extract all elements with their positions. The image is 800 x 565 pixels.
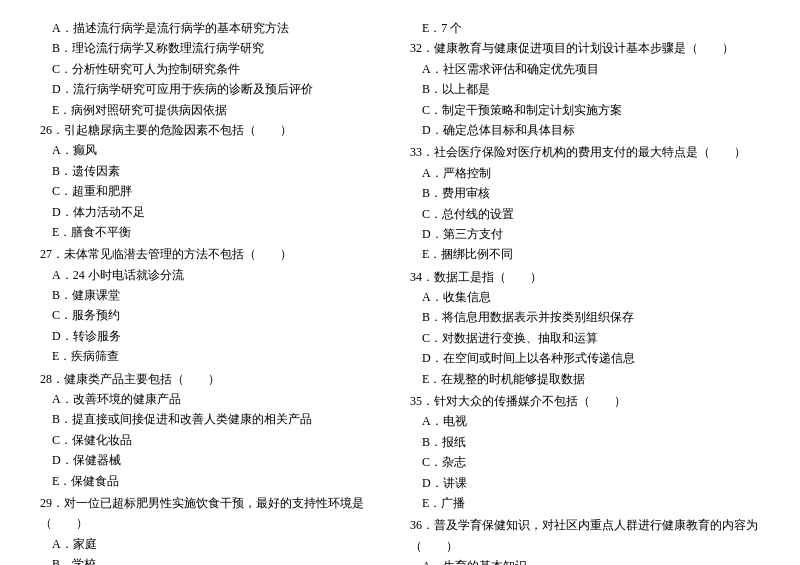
question: 36．普及学育保健知识，对社区内重点人群进行健康教育的内容为（ ）A．生育的基本… [410, 515, 760, 565]
option-line: B．理论流行病学又称数理流行病学研究 [40, 38, 390, 58]
question: 27．未体常见临潜去管理的方法不包括（ ）A．24 小时电话就诊分流B．健康课堂… [40, 244, 390, 366]
question-option: E．捆绑比例不同 [410, 244, 760, 264]
question: 35．针对大众的传播媒介不包括（ ）A．电视B．报纸C．杂志D．讲课E．广播 [410, 391, 760, 513]
question-header: 34．数据工是指（ ） [410, 267, 760, 287]
question-header: 26．引起糖尿病主要的危险因素不包括（ ） [40, 120, 390, 140]
question-option: E．保健食品 [40, 471, 390, 491]
question-option: E．疾病筛查 [40, 346, 390, 366]
right-column: E．7 个32．健康教育与健康促进项目的计划设计基本步骤是（ ）A．社区需求评估… [410, 18, 760, 565]
question-option: D．讲课 [410, 473, 760, 493]
question: 32．健康教育与健康促进项目的计划设计基本步骤是（ ）A．社区需求评估和确定优先… [410, 38, 760, 140]
question: 26．引起糖尿病主要的危险因素不包括（ ）A．癫风B．遗传因素C．超重和肥胖D．… [40, 120, 390, 242]
question-option: E．广播 [410, 493, 760, 513]
question-option: D．第三方支付 [410, 224, 760, 244]
question-option: B．提直接或间接促进和改善人类健康的相关产品 [40, 409, 390, 429]
question-option: A．改善环境的健康产品 [40, 389, 390, 409]
question-option: C．对数据进行变换、抽取和运算 [410, 328, 760, 348]
question: 29．对一位已超标肥男性实施饮食干预，最好的支持性环境是（ ）A．家庭B．学校C… [40, 493, 390, 565]
question-option: C．杂志 [410, 452, 760, 472]
question-option: D．保健器械 [40, 450, 390, 470]
question-header: 32．健康教育与健康促进项目的计划设计基本步骤是（ ） [410, 38, 760, 58]
question: 33．社会医疗保险对医疗机构的费用支付的最大特点是（ ）A．严格控制B．费用审核… [410, 142, 760, 264]
question-option: A．社区需求评估和确定优先项目 [410, 59, 760, 79]
option-line: D．流行病学研究可应用于疾病的诊断及预后评价 [40, 79, 390, 99]
question-option: A．24 小时电话就诊分流 [40, 265, 390, 285]
question-option: B．将信息用数据表示并按类别组织保存 [410, 307, 760, 327]
question-header: 35．针对大众的传播媒介不包括（ ） [410, 391, 760, 411]
question-option: B．报纸 [410, 432, 760, 452]
question-header: 28．健康类产品主要包括（ ） [40, 369, 390, 389]
question-option: C．服务预约 [40, 305, 390, 325]
question-option: B．健康课堂 [40, 285, 390, 305]
question-header: 33．社会医疗保险对医疗机构的费用支付的最大特点是（ ） [410, 142, 760, 162]
question-option: A．严格控制 [410, 163, 760, 183]
question-option: D．确定总体目标和具体目标 [410, 120, 760, 140]
option-line: C．分析性研究可人为控制研究条件 [40, 59, 390, 79]
question-header: 27．未体常见临潜去管理的方法不包括（ ） [40, 244, 390, 264]
question-option: C．超重和肥胖 [40, 181, 390, 201]
question-option: C．总付线的设置 [410, 204, 760, 224]
question-header: 36．普及学育保健知识，对社区内重点人群进行健康教育的内容为（ ） [410, 515, 760, 556]
question-option: D．转诊服务 [40, 326, 390, 346]
question-option: B．以上都是 [410, 79, 760, 99]
question-option: A．收集信息 [410, 287, 760, 307]
question-option: D．在空间或时间上以各种形式传递信息 [410, 348, 760, 368]
question-option: B．费用审核 [410, 183, 760, 203]
option-line: A．描述流行病学是流行病学的基本研究方法 [40, 18, 390, 38]
question: 34．数据工是指（ ）A．收集信息B．将信息用数据表示并按类别组织保存C．对数据… [410, 267, 760, 389]
question-header: 29．对一位已超标肥男性实施饮食干预，最好的支持性环境是（ ） [40, 493, 390, 534]
option-line: E．病例对照研究可提供病因依据 [40, 100, 390, 120]
option-line: E．7 个 [410, 18, 760, 38]
question: 28．健康类产品主要包括（ ）A．改善环境的健康产品B．提直接或间接促进和改善人… [40, 369, 390, 491]
content-columns: A．描述流行病学是流行病学的基本研究方法B．理论流行病学又称数理流行病学研究C．… [40, 18, 760, 565]
question-option: E．膳食不平衡 [40, 222, 390, 242]
question-option: B．遗传因素 [40, 161, 390, 181]
left-column: A．描述流行病学是流行病学的基本研究方法B．理论流行病学又称数理流行病学研究C．… [40, 18, 390, 565]
question-option: A．癫风 [40, 140, 390, 160]
question-option: C．制定干预策略和制定计划实施方案 [410, 100, 760, 120]
question-option: D．体力活动不足 [40, 202, 390, 222]
question-option: A．电视 [410, 411, 760, 431]
question-option: A．生育的基本知识 [410, 556, 760, 565]
question-option: E．在规整的时机能够提取数据 [410, 369, 760, 389]
question-option: C．保健化妆品 [40, 430, 390, 450]
question-option: A．家庭 [40, 534, 390, 554]
question-option: B．学校 [40, 554, 390, 565]
